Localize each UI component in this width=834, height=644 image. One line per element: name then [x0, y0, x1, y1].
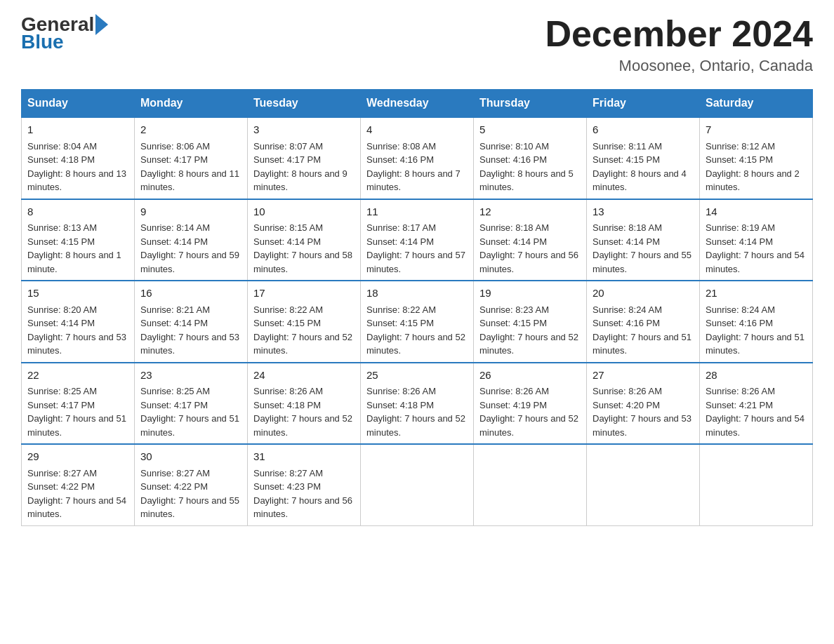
- day-number: 25: [366, 368, 468, 384]
- calendar-cell: 17 Sunrise: 8:22 AMSunset: 4:15 PMDaylig…: [248, 281, 361, 363]
- day-number: 10: [253, 204, 355, 220]
- weekday-header-row: SundayMondayTuesdayWednesdayThursdayFrid…: [22, 90, 813, 118]
- day-info: Sunrise: 8:18 AMSunset: 4:14 PMDaylight:…: [479, 222, 578, 274]
- weekday-header-monday: Monday: [135, 90, 248, 118]
- month-title: December 2024: [545, 14, 813, 54]
- day-info: Sunrise: 8:26 AMSunset: 4:18 PMDaylight:…: [366, 386, 465, 438]
- weekday-header-sunday: Sunday: [22, 90, 135, 118]
- day-info: Sunrise: 8:08 AMSunset: 4:16 PMDaylight:…: [366, 141, 461, 193]
- week-row-3: 15 Sunrise: 8:20 AMSunset: 4:14 PMDaylig…: [22, 281, 813, 363]
- calendar-cell: 18 Sunrise: 8:22 AMSunset: 4:15 PMDaylig…: [361, 281, 474, 363]
- calendar-cell: 19 Sunrise: 8:23 AMSunset: 4:15 PMDaylig…: [474, 281, 587, 363]
- day-info: Sunrise: 8:23 AMSunset: 4:15 PMDaylight:…: [479, 304, 578, 356]
- calendar-cell: 4 Sunrise: 8:08 AMSunset: 4:16 PMDayligh…: [361, 117, 474, 199]
- day-info: Sunrise: 8:04 AMSunset: 4:18 PMDaylight:…: [27, 141, 126, 193]
- day-number: 11: [366, 204, 468, 220]
- calendar-cell: 22 Sunrise: 8:25 AMSunset: 4:17 PMDaylig…: [22, 363, 135, 445]
- calendar-cell: [587, 444, 700, 525]
- day-number: 14: [706, 204, 807, 220]
- calendar-cell: 10 Sunrise: 8:15 AMSunset: 4:14 PMDaylig…: [248, 199, 361, 281]
- day-number: 2: [140, 122, 241, 138]
- day-info: Sunrise: 8:26 AMSunset: 4:21 PMDaylight:…: [706, 386, 805, 438]
- day-info: Sunrise: 8:27 AMSunset: 4:23 PMDaylight:…: [253, 468, 352, 520]
- day-number: 1: [27, 122, 128, 138]
- day-number: 31: [253, 449, 355, 465]
- calendar-cell: 13 Sunrise: 8:18 AMSunset: 4:14 PMDaylig…: [587, 199, 700, 281]
- weekday-header-friday: Friday: [587, 90, 700, 118]
- day-info: Sunrise: 8:07 AMSunset: 4:17 PMDaylight:…: [253, 141, 348, 193]
- calendar-cell: 16 Sunrise: 8:21 AMSunset: 4:14 PMDaylig…: [135, 281, 248, 363]
- day-info: Sunrise: 8:24 AMSunset: 4:16 PMDaylight:…: [593, 304, 691, 356]
- day-number: 23: [140, 368, 241, 384]
- day-number: 7: [706, 122, 807, 138]
- day-info: Sunrise: 8:14 AMSunset: 4:14 PMDaylight:…: [140, 222, 239, 274]
- calendar-cell: 14 Sunrise: 8:19 AMSunset: 4:14 PMDaylig…: [700, 199, 813, 281]
- day-number: 29: [27, 449, 128, 465]
- day-info: Sunrise: 8:10 AMSunset: 4:16 PMDaylight:…: [479, 141, 574, 193]
- calendar-cell: 30 Sunrise: 8:27 AMSunset: 4:22 PMDaylig…: [135, 444, 248, 525]
- calendar-cell: 3 Sunrise: 8:07 AMSunset: 4:17 PMDayligh…: [248, 117, 361, 199]
- logo: General Blue: [21, 14, 108, 52]
- day-info: Sunrise: 8:25 AMSunset: 4:17 PMDaylight:…: [27, 386, 126, 438]
- day-number: 28: [706, 368, 807, 384]
- day-number: 6: [593, 122, 694, 138]
- calendar-cell: 25 Sunrise: 8:26 AMSunset: 4:18 PMDaylig…: [361, 363, 474, 445]
- weekday-header-wednesday: Wednesday: [361, 90, 474, 118]
- day-number: 18: [366, 286, 468, 302]
- calendar-cell: 20 Sunrise: 8:24 AMSunset: 4:16 PMDaylig…: [587, 281, 700, 363]
- day-number: 26: [479, 368, 581, 384]
- calendar-cell: 11 Sunrise: 8:17 AMSunset: 4:14 PMDaylig…: [361, 199, 474, 281]
- calendar-cell: [361, 444, 474, 525]
- day-info: Sunrise: 8:19 AMSunset: 4:14 PMDaylight:…: [706, 222, 805, 274]
- day-info: Sunrise: 8:11 AMSunset: 4:15 PMDaylight:…: [593, 141, 687, 193]
- calendar-cell: 6 Sunrise: 8:11 AMSunset: 4:15 PMDayligh…: [587, 117, 700, 199]
- day-number: 3: [253, 122, 355, 138]
- week-row-5: 29 Sunrise: 8:27 AMSunset: 4:22 PMDaylig…: [22, 444, 813, 525]
- location-text: Moosonee, Ontario, Canada: [545, 57, 813, 75]
- calendar-cell: 21 Sunrise: 8:24 AMSunset: 4:16 PMDaylig…: [700, 281, 813, 363]
- day-number: 30: [140, 449, 241, 465]
- calendar-cell: 2 Sunrise: 8:06 AMSunset: 4:17 PMDayligh…: [135, 117, 248, 199]
- week-row-1: 1 Sunrise: 8:04 AMSunset: 4:18 PMDayligh…: [22, 117, 813, 199]
- day-number: 22: [27, 368, 128, 384]
- day-number: 27: [593, 368, 694, 384]
- logo-arrow-icon: [95, 14, 108, 35]
- day-info: Sunrise: 8:26 AMSunset: 4:19 PMDaylight:…: [479, 386, 578, 438]
- day-info: Sunrise: 8:26 AMSunset: 4:20 PMDaylight:…: [593, 386, 691, 438]
- day-info: Sunrise: 8:06 AMSunset: 4:17 PMDaylight:…: [140, 141, 239, 193]
- weekday-header-thursday: Thursday: [474, 90, 587, 118]
- title-block: December 2024 Moosonee, Ontario, Canada: [545, 14, 813, 75]
- day-number: 4: [366, 122, 468, 138]
- calendar-cell: 28 Sunrise: 8:26 AMSunset: 4:21 PMDaylig…: [700, 363, 813, 445]
- day-number: 19: [479, 286, 581, 302]
- weekday-header-tuesday: Tuesday: [248, 90, 361, 118]
- day-info: Sunrise: 8:24 AMSunset: 4:16 PMDaylight:…: [706, 304, 805, 356]
- day-info: Sunrise: 8:17 AMSunset: 4:14 PMDaylight:…: [366, 222, 465, 274]
- calendar-cell: [700, 444, 813, 525]
- calendar-cell: 7 Sunrise: 8:12 AMSunset: 4:15 PMDayligh…: [700, 117, 813, 199]
- calendar-cell: 8 Sunrise: 8:13 AMSunset: 4:15 PMDayligh…: [22, 199, 135, 281]
- logo-blue-text: Blue: [21, 32, 64, 52]
- calendar-cell: 27 Sunrise: 8:26 AMSunset: 4:20 PMDaylig…: [587, 363, 700, 445]
- day-number: 13: [593, 204, 694, 220]
- calendar-cell: 5 Sunrise: 8:10 AMSunset: 4:16 PMDayligh…: [474, 117, 587, 199]
- day-number: 21: [706, 286, 807, 302]
- day-number: 16: [140, 286, 241, 302]
- day-info: Sunrise: 8:26 AMSunset: 4:18 PMDaylight:…: [253, 386, 352, 438]
- calendar-cell: 29 Sunrise: 8:27 AMSunset: 4:22 PMDaylig…: [22, 444, 135, 525]
- day-number: 20: [593, 286, 694, 302]
- day-number: 8: [27, 204, 128, 220]
- day-info: Sunrise: 8:25 AMSunset: 4:17 PMDaylight:…: [140, 386, 239, 438]
- calendar-cell: 24 Sunrise: 8:26 AMSunset: 4:18 PMDaylig…: [248, 363, 361, 445]
- day-number: 24: [253, 368, 355, 384]
- week-row-4: 22 Sunrise: 8:25 AMSunset: 4:17 PMDaylig…: [22, 363, 813, 445]
- day-info: Sunrise: 8:15 AMSunset: 4:14 PMDaylight:…: [253, 222, 352, 274]
- day-number: 17: [253, 286, 355, 302]
- day-number: 5: [479, 122, 581, 138]
- week-row-2: 8 Sunrise: 8:13 AMSunset: 4:15 PMDayligh…: [22, 199, 813, 281]
- day-info: Sunrise: 8:27 AMSunset: 4:22 PMDaylight:…: [140, 468, 239, 520]
- calendar-cell: [474, 444, 587, 525]
- day-info: Sunrise: 8:27 AMSunset: 4:22 PMDaylight:…: [27, 468, 126, 520]
- day-info: Sunrise: 8:22 AMSunset: 4:15 PMDaylight:…: [366, 304, 465, 356]
- calendar-cell: 26 Sunrise: 8:26 AMSunset: 4:19 PMDaylig…: [474, 363, 587, 445]
